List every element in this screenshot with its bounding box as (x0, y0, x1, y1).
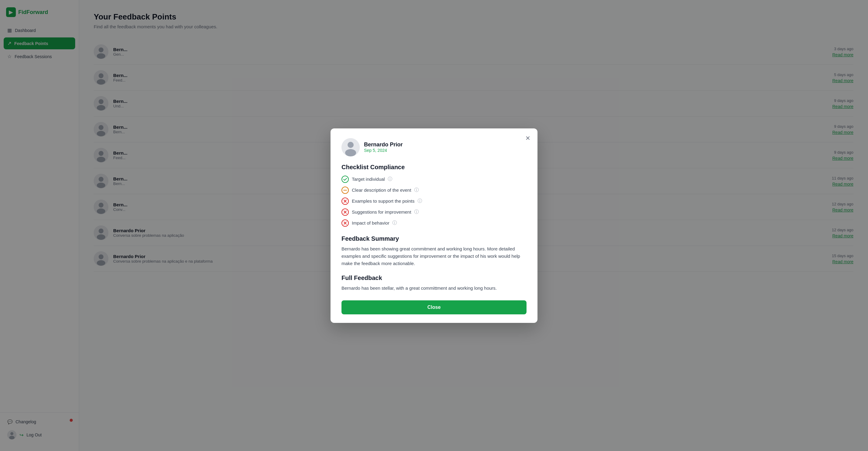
modal-overlay[interactable]: ✕ Bernardo Prior Sep 5, 2024 Checklist C… (0, 0, 868, 451)
svg-point-31 (347, 142, 354, 148)
checklist: Target individual ⓘ Clear description of… (341, 175, 527, 227)
checklist-item-label: Clear description of the event (352, 188, 411, 193)
modal-header: Bernardo Prior Sep 5, 2024 (341, 138, 527, 156)
modal-close-button-bottom[interactable]: Close (341, 300, 527, 314)
info-icon[interactable]: ⓘ (417, 198, 422, 204)
info-icon[interactable]: ⓘ (392, 220, 397, 226)
checklist-item: Suggestions for improvement ⓘ (341, 208, 527, 216)
checklist-status-icon (341, 208, 349, 216)
info-icon[interactable]: ⓘ (388, 176, 392, 182)
checklist-status-icon (341, 219, 349, 227)
checklist-item-label: Suggestions for improvement (352, 210, 411, 215)
modal-close-button[interactable]: ✕ (523, 133, 533, 143)
checklist-item-label: Target individual (352, 176, 385, 182)
checklist-title: Checklist Compliance (341, 164, 527, 171)
checklist-item: Examples to support the points ⓘ (341, 197, 527, 205)
checklist-item-label: Impact of behavior (352, 220, 389, 226)
modal-user-date: Sep 5, 2024 (364, 148, 403, 153)
checklist-status-icon (341, 175, 349, 183)
svg-point-33 (342, 176, 348, 183)
info-icon[interactable]: ⓘ (414, 187, 419, 193)
modal-user-avatar (341, 138, 360, 156)
modal-user-name: Bernardo Prior (364, 141, 403, 148)
close-icon: ✕ (525, 134, 530, 142)
svg-point-32 (345, 149, 356, 156)
checklist-item: Target individual ⓘ (341, 175, 527, 183)
checklist-item-label: Examples to support the points (352, 198, 414, 203)
feedback-modal: ✕ Bernardo Prior Sep 5, 2024 Checklist C… (331, 128, 537, 323)
checklist-status-icon (341, 197, 349, 205)
checklist-item: Clear description of the event ⓘ (341, 187, 527, 194)
checklist-status-icon (341, 187, 349, 194)
feedback-summary-text: Bernardo has been showing great commitme… (341, 245, 527, 267)
checklist-item: Impact of behavior ⓘ (341, 219, 527, 227)
full-feedback-title: Full Feedback (341, 275, 527, 282)
info-icon[interactable]: ⓘ (414, 209, 419, 215)
full-feedback-text: Bernardo has been stellar, with a great … (341, 285, 527, 292)
feedback-summary-title: Feedback Summary (341, 235, 527, 242)
modal-user-info: Bernardo Prior Sep 5, 2024 (364, 141, 403, 153)
